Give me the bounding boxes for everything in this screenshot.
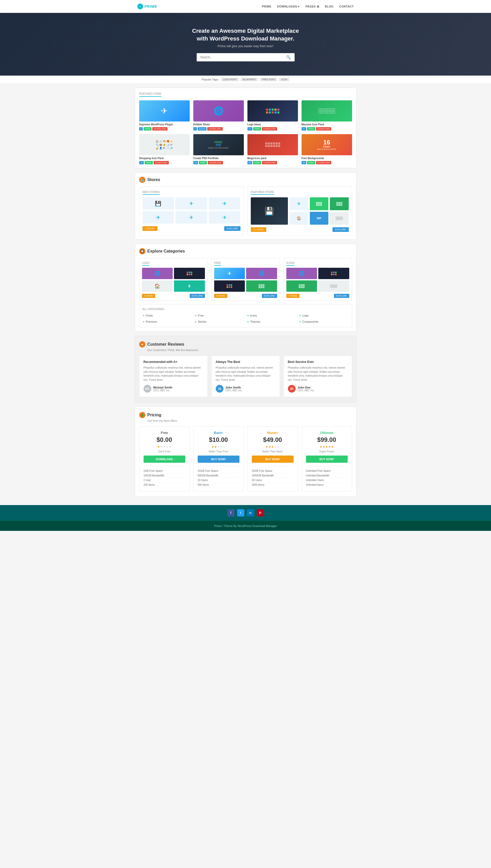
item-num-btn-6[interactable]: 22	[193, 161, 198, 164]
cat-item-free[interactable]: ✦ Free	[195, 313, 244, 318]
item-free-btn-6[interactable]: FREE	[199, 161, 207, 164]
item-num-btn-2[interactable]: 1	[193, 127, 197, 131]
price-btn-ultimate[interactable]: BUY NOW!	[306, 456, 348, 463]
cat-free-t4[interactable]	[246, 280, 277, 292]
nav-link-contact[interactable]: CONTACT	[339, 5, 354, 8]
feat-store-large[interactable]: 💾	[251, 197, 288, 225]
rev-name-2: John Smith	[226, 386, 242, 389]
item-free-btn-4[interactable]: FREE	[307, 127, 315, 131]
new-stores-explore-btn[interactable]: EXPLORE	[224, 226, 240, 231]
item-num-btn-7[interactable]: 86	[248, 161, 252, 164]
store-thumb-4[interactable]: ✈	[143, 211, 174, 224]
item-dl-btn-7[interactable]: DOWNLOAD	[262, 161, 277, 164]
cat-item-icons[interactable]: ✦ Icons	[247, 313, 297, 318]
social-fb[interactable]: f	[227, 509, 235, 516]
tag-1[interactable]: LOGO FONT	[221, 78, 239, 81]
item-free-btn-8[interactable]: FREE	[307, 161, 315, 164]
tag-2[interactable]: BLUEPRINT	[241, 78, 258, 81]
new-stores-count-btn[interactable]: 1 STORE	[143, 226, 157, 231]
cat-free-explore-btn[interactable]: EXPLORE	[262, 294, 277, 298]
feat-store-sm-6[interactable]	[330, 212, 348, 225]
cat-item-premium[interactable]: ✦ Premium	[143, 319, 192, 324]
item-dl-btn-5[interactable]: DOWNLOAD	[154, 161, 169, 164]
cat-icons-t1[interactable]: 🌐	[286, 268, 317, 279]
item-num-btn-5[interactable]: 79	[139, 161, 144, 164]
cat-free-t2[interactable]: 🌐	[246, 268, 277, 279]
price-btn-free[interactable]: DOWNLOAD	[144, 456, 185, 463]
item-free-btn-3[interactable]: FREE	[253, 127, 261, 131]
cat-logo-t1[interactable]: 🌐	[142, 268, 173, 279]
store-thumb-3[interactable]: ✈	[209, 197, 240, 210]
search-button[interactable]: 🔍	[283, 53, 295, 61]
price-btn-master[interactable]: BUY NOW!	[252, 456, 294, 463]
item-free-btn-7[interactable]: FREE	[253, 161, 261, 164]
nav-link-prime[interactable]: PRIME	[262, 5, 271, 8]
cat-logo-t4[interactable]: 8	[174, 280, 205, 292]
footer-text: Prime / Theme By WordPress Download Mana…	[214, 524, 277, 527]
item-free-btn-5[interactable]: FREE	[145, 161, 152, 164]
item-dl-btn-6[interactable]: DOWNLOAD	[208, 161, 223, 164]
store-thumb-6[interactable]: ✈	[209, 211, 240, 224]
tag-4[interactable]: ICON	[279, 78, 289, 81]
feat-store-sm-3[interactable]	[310, 197, 328, 210]
price-btn-basic[interactable]: BUY NOW!	[198, 456, 239, 463]
item-dl-btn-8[interactable]: DOWNLOAD	[316, 161, 331, 164]
price-amount-free: $0.00	[144, 436, 185, 443]
nav-link-downloads[interactable]: DOWNLOADS ▾	[277, 5, 300, 8]
cat-logo-t3[interactable]: 🏠	[142, 280, 173, 292]
tag-3[interactable]: FREE FONT	[260, 78, 277, 81]
store-thumb-5[interactable]: ✈	[175, 211, 207, 224]
item-dl-btn-2[interactable]: DOWNLOAD	[207, 127, 223, 131]
item-dl-btn-3[interactable]: DOWNLOAD	[262, 127, 277, 131]
cat-item-components[interactable]: ✦ Components	[299, 319, 349, 324]
social-pi[interactable]: P	[257, 509, 264, 516]
item-num-btn-4[interactable]: 47	[301, 127, 307, 131]
review-card-2: Always The Best Phasellus sollicitudin m…	[211, 356, 280, 397]
popular-tags-bar: Popular Tags: LOGO FONT BLUEPRINT FREE F…	[0, 76, 491, 84]
social-tw[interactable]: t	[237, 509, 244, 516]
cat-icons-explore-btn[interactable]: EXPLORE	[334, 294, 349, 298]
cat-item-stocks[interactable]: ✦ Stocks	[195, 319, 244, 324]
social-li[interactable]: in	[247, 509, 254, 516]
search-input[interactable]	[197, 53, 283, 61]
pricing-header: 💲 Pricing	[139, 412, 352, 418]
cat-item-themes[interactable]: ✦ Themes	[247, 319, 297, 324]
cat-free-count-btn[interactable]: 6 ITEMS	[214, 294, 227, 298]
item-card-4: Massive Icon Pack 47 FREE DOWNLOAD	[301, 100, 352, 131]
nav-link-pages[interactable]: PAGES ⊞	[306, 5, 319, 8]
cat-free-t3[interactable]	[214, 280, 245, 292]
cat-logo-explore-btn[interactable]: EXPLORE	[190, 294, 205, 298]
cat-logo-t2[interactable]	[174, 268, 205, 279]
rev-text-3: Phasellus sollicitudin maximus nisl, viv…	[288, 366, 348, 382]
item-free-btn-1[interactable]: FREE	[144, 127, 151, 131]
item-dl-btn-4[interactable]: DOWNLOAD	[316, 127, 331, 131]
cat-icons-t3[interactable]	[286, 280, 317, 292]
feat-store-sm-5[interactable]	[330, 197, 348, 210]
feat-store-explore-btn[interactable]: EXPLORE	[333, 227, 349, 232]
cat-logo-count-btn[interactable]: 5 ITEMS	[142, 294, 155, 298]
item-num-btn-3[interactable]: 4+	[248, 127, 252, 131]
feat-store-count-btn[interactable]: 13 ITEMS	[251, 227, 266, 232]
store-thumb-1[interactable]: 💾	[143, 197, 174, 210]
item-dl-btn-1[interactable]: DOWNLOAD	[152, 127, 168, 131]
pricing-title: Pricing	[147, 413, 161, 417]
price-plan-master: Master	[252, 431, 294, 435]
cat-free-t1[interactable]: ✈	[214, 268, 245, 279]
feat-store-sm-1[interactable]: ✈	[289, 197, 308, 210]
cat-item-logo[interactable]: ✦ Logo	[299, 313, 349, 318]
item-name-5: Shopping Icon Pack	[139, 157, 190, 160]
cat-icons-count-btn[interactable]: 7 ITEMS	[286, 294, 299, 298]
feat-store-sm-4[interactable]: WP	[310, 212, 328, 225]
item-price-btn-2[interactable]: $19.00	[198, 127, 206, 131]
nav-link-blog[interactable]: BLOG	[325, 5, 334, 8]
item-num-btn-1[interactable]: 1	[139, 127, 143, 131]
cat-icons-t4[interactable]	[318, 280, 349, 292]
cat-free-title: Free	[214, 262, 221, 266]
item-num-btn-8[interactable]: 36	[301, 161, 307, 164]
store-thumb-2[interactable]: ✈	[175, 197, 207, 210]
nav-logo[interactable]: ● PRIME	[137, 4, 157, 9]
cat-icons-t2[interactable]	[318, 268, 349, 279]
cat-item-fonts[interactable]: ✦ Fonts	[143, 313, 192, 318]
reviews-section: ★ Customer Reviews Our Customers Think, …	[135, 336, 356, 402]
feat-store-sm-2[interactable]: 🏠	[289, 212, 308, 225]
